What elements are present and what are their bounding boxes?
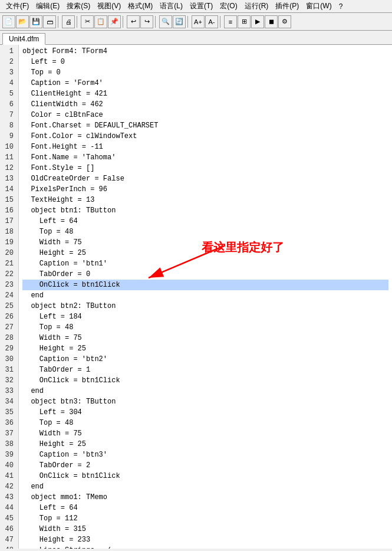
- toolbar-zoom-out[interactable]: A-: [205, 15, 218, 28]
- line-number: 11: [2, 152, 16, 163]
- code-line: Font.Color = clWindowText: [22, 131, 388, 142]
- menu-language[interactable]: 语言(L): [156, 0, 186, 12]
- tab-bar: Unit4.dfm: [0, 31, 392, 45]
- line-number: 28: [2, 333, 16, 343]
- toolbar-extra5[interactable]: ⚙: [278, 15, 291, 28]
- line-number: 22: [2, 269, 16, 280]
- toolbar-find[interactable]: 🔍: [159, 15, 172, 28]
- line-number: 45: [2, 513, 16, 524]
- toolbar-cut[interactable]: ✂: [81, 15, 94, 28]
- line-number: 32: [2, 375, 16, 386]
- line-number: 46: [2, 524, 16, 534]
- line-number: 43: [2, 492, 16, 503]
- menu-format[interactable]: 格式(M): [124, 0, 156, 12]
- line-number: 42: [2, 481, 16, 492]
- code-line: Caption = 'btn2': [22, 354, 388, 365]
- code-line: Left = 184: [22, 311, 388, 322]
- code-line: Width = 75: [22, 237, 388, 248]
- toolbar-new[interactable]: 📄: [2, 15, 15, 28]
- toolbar-paste[interactable]: 📌: [108, 15, 121, 28]
- line-number: 4: [2, 78, 16, 88]
- toolbar-save[interactable]: 💾: [29, 15, 42, 28]
- menu-file[interactable]: 文件(F): [2, 0, 32, 12]
- menu-run[interactable]: 运行(R): [241, 0, 272, 12]
- menu-plugins[interactable]: 插件(P): [272, 0, 302, 12]
- menu-macro[interactable]: 宏(O): [216, 0, 241, 12]
- code-line: Height = 25: [22, 343, 388, 354]
- menu-edit[interactable]: 编辑(E): [32, 0, 63, 12]
- line-number: 10: [2, 142, 16, 152]
- toolbar-undo[interactable]: ↩: [127, 15, 140, 28]
- toolbar-redo[interactable]: ↪: [140, 15, 153, 28]
- code-line: object mmo1: TMemo: [22, 492, 388, 503]
- code-line: OldCreateOrder = False: [22, 173, 388, 184]
- code-line: Font.Style = []: [22, 163, 388, 173]
- line-numbers: 1234567891011121314151617181920212223242…: [0, 45, 19, 549]
- line-number: 23: [2, 280, 16, 290]
- line-number: 40: [2, 460, 16, 471]
- code-line: TabOrder = 0: [22, 269, 388, 280]
- code-area[interactable]: 看这里指定好了 object Form4: TForm4 Left = 0 To…: [19, 45, 392, 549]
- code-line: Width = 75: [22, 428, 388, 439]
- line-number: 6: [2, 99, 16, 110]
- code-line: object btn1: TButton: [22, 205, 388, 216]
- toolbar-save-all[interactable]: 🗃: [43, 15, 56, 28]
- menu-search[interactable]: 搜索(S): [63, 0, 94, 12]
- code-line: TextHeight = 13: [22, 195, 388, 205]
- code-line: end: [22, 290, 388, 301]
- line-number: 18: [2, 227, 16, 237]
- line-number: 41: [2, 471, 16, 481]
- toolbar-extra1[interactable]: ≡: [224, 15, 237, 28]
- code-line: Top = 0: [22, 67, 388, 78]
- toolbar-extra3[interactable]: ▶: [251, 15, 264, 28]
- menu-window[interactable]: 窗口(W): [302, 0, 335, 12]
- code-line: Top = 48: [22, 322, 388, 333]
- line-number: 14: [2, 184, 16, 195]
- line-number: 34: [2, 396, 16, 407]
- toolbar-sep3: [123, 16, 125, 28]
- code-line: TabOrder = 1: [22, 365, 388, 375]
- line-number: 9: [2, 131, 16, 142]
- code-line: ClientWidth = 462: [22, 99, 388, 110]
- line-number: 17: [2, 216, 16, 227]
- code-line: PixelsPerInch = 96: [22, 184, 388, 195]
- toolbar-zoom-in[interactable]: A+: [192, 15, 205, 28]
- toolbar-sep6: [220, 16, 222, 28]
- line-number: 13: [2, 173, 16, 184]
- toolbar-extra4[interactable]: ◼: [265, 15, 278, 28]
- code-line: Top = 112: [22, 513, 388, 524]
- line-number: 1: [2, 46, 16, 57]
- code-line: Left = 64: [22, 503, 388, 513]
- line-number: 16: [2, 205, 16, 216]
- line-number: 31: [2, 365, 16, 375]
- line-number: 2: [2, 57, 16, 67]
- code-line: OnClick = btn1Click: [22, 471, 388, 481]
- code-line: TabOrder = 2: [22, 460, 388, 471]
- code-line: Width = 75: [22, 333, 388, 343]
- toolbar-extra2[interactable]: ⊞: [238, 15, 251, 28]
- code-line: ClientHeight = 421: [22, 88, 388, 99]
- toolbar-replace[interactable]: 🔄: [173, 15, 186, 28]
- line-number: 36: [2, 418, 16, 428]
- code-line: Left = 64: [22, 216, 388, 227]
- menu-help[interactable]: ?: [335, 1, 347, 12]
- toolbar-open[interactable]: 📂: [16, 15, 29, 28]
- code-line: Lines.Strings = (: [22, 545, 388, 549]
- code-line: object Form4: TForm4: [22, 46, 388, 57]
- toolbar-sep5: [187, 16, 190, 28]
- toolbar-copy[interactable]: 📋: [94, 15, 107, 28]
- menu-settings[interactable]: 设置(T): [186, 0, 216, 12]
- line-number: 29: [2, 343, 16, 354]
- line-number: 3: [2, 67, 16, 78]
- code-line: Top = 48: [22, 418, 388, 428]
- code-line: end: [22, 481, 388, 492]
- line-number: 30: [2, 354, 16, 365]
- line-number: 8: [2, 120, 16, 131]
- tab-unit4dfm[interactable]: Unit4.dfm: [2, 33, 45, 45]
- line-number: 39: [2, 450, 16, 460]
- menu-view[interactable]: 视图(V): [94, 0, 124, 12]
- line-number: 21: [2, 258, 16, 269]
- line-number: 5: [2, 88, 16, 99]
- line-number: 26: [2, 311, 16, 322]
- toolbar-print[interactable]: 🖨: [62, 15, 75, 28]
